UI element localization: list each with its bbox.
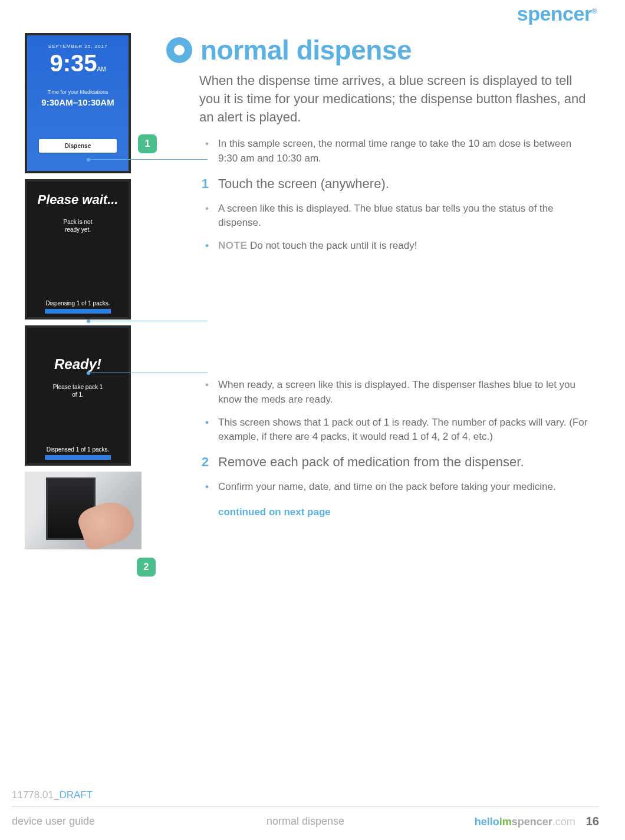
instruction-item: A screen like this is displayed. The blu… bbox=[199, 202, 592, 230]
item-text: In this sample screen, the normal time r… bbox=[218, 137, 592, 166]
page-footer: device user guide normal dispense helloi… bbox=[12, 815, 599, 828]
device-screenshot-2: Please wait... Pack is not ready yet. Di… bbox=[25, 179, 131, 319]
item-text: Remove each pack of medication from the … bbox=[218, 453, 524, 472]
instruction-item: Confirm your name, date, and time on the… bbox=[199, 480, 592, 495]
page-number: 16 bbox=[586, 815, 599, 828]
instruction-item: When ready, a screen like this is displa… bbox=[199, 378, 592, 407]
leader-line bbox=[90, 321, 208, 321]
screen1-sub: Time for your Medications bbox=[47, 89, 108, 95]
instruction-item: 2Remove each pack of medication from the… bbox=[199, 453, 592, 472]
brand-text: spencer bbox=[517, 2, 592, 25]
screen2-msg: Pack is not ready yet. bbox=[64, 218, 93, 233]
item-text: A screen like this is displayed. The blu… bbox=[218, 202, 592, 230]
note-label: NOTE bbox=[218, 240, 247, 251]
screen3-status: Dispensed 1 of 1 packs. bbox=[27, 446, 129, 453]
brand-mark: ® bbox=[592, 7, 597, 15]
screen1-date: SEPTEMBER 25, 2017 bbox=[48, 44, 108, 49]
screen3-msg: Please take pack 1 of 1. bbox=[53, 383, 103, 398]
device-photo-pack-removal bbox=[25, 472, 142, 549]
footer-left: device user guide bbox=[12, 815, 95, 828]
page-title: normal dispense bbox=[200, 34, 412, 66]
footer-url: helloimspencer.com bbox=[475, 816, 575, 828]
screen2-title: Please wait... bbox=[38, 192, 119, 207]
footer-center: normal dispense bbox=[267, 815, 344, 828]
document-id: 11778.01_DRAFT bbox=[12, 789, 93, 801]
instructions-block-2: When ready, a screen like this is displa… bbox=[199, 378, 592, 494]
item-text: Touch the screen (anywhere). bbox=[218, 174, 389, 193]
leader-line bbox=[90, 159, 208, 160]
instruction-item: This screen shows that 1 pack out of 1 i… bbox=[199, 416, 592, 444]
item-marker: 2 bbox=[199, 453, 209, 472]
instruction-item: In this sample screen, the normal time r… bbox=[199, 137, 592, 166]
screen3-progress bbox=[45, 455, 111, 460]
item-marker bbox=[199, 239, 209, 253]
item-marker bbox=[199, 378, 209, 407]
item-marker bbox=[199, 416, 209, 444]
instructions-column: normal dispense When the dispense time a… bbox=[166, 33, 592, 549]
screenshots-column: SEPTEMBER 25, 2017 9:35AM Time for your … bbox=[19, 33, 150, 549]
instruction-item: 1Touch the screen (anywhere). bbox=[199, 174, 592, 193]
screen1-range: 9:30AM–10:30AM bbox=[41, 97, 114, 107]
screen1-time: 9:35AM bbox=[50, 51, 106, 75]
continued-link: continued on next page bbox=[218, 505, 331, 520]
footer-rule bbox=[12, 806, 599, 807]
item-marker bbox=[199, 137, 209, 166]
item-marker: 1 bbox=[199, 174, 209, 193]
item-text: When ready, a screen like this is displa… bbox=[218, 378, 592, 407]
item-marker bbox=[199, 480, 209, 495]
leader-line bbox=[90, 373, 208, 373]
item-text: This screen shows that 1 pack out of 1 i… bbox=[218, 416, 592, 444]
item-text: Confirm your name, date, and time on the… bbox=[218, 480, 556, 495]
item-text: NOTE Do not touch the pack until it is r… bbox=[218, 239, 417, 253]
instructions-block-1: In this sample screen, the normal time r… bbox=[199, 137, 592, 253]
callout-badge-2: 2 bbox=[137, 558, 156, 577]
screen3-title: Ready! bbox=[54, 356, 101, 373]
screen2-progress bbox=[45, 309, 111, 314]
screen1-dispense-button: Dispense bbox=[39, 139, 117, 153]
section-ring-icon bbox=[166, 37, 192, 63]
device-screenshot-1: SEPTEMBER 25, 2017 9:35AM Time for your … bbox=[25, 33, 131, 173]
screen2-status: Dispensing 1 of 1 packs. bbox=[27, 300, 129, 307]
device-screenshot-3: Ready! Please take pack 1 of 1. Dispense… bbox=[25, 325, 131, 466]
brand-logo: spencer® bbox=[517, 2, 597, 25]
instruction-item: NOTE Do not touch the pack until it is r… bbox=[199, 239, 592, 253]
intro-paragraph: When the dispense time arrives, a blue s… bbox=[199, 72, 592, 126]
item-marker bbox=[199, 202, 209, 230]
callout-badge-1: 1 bbox=[138, 134, 157, 153]
